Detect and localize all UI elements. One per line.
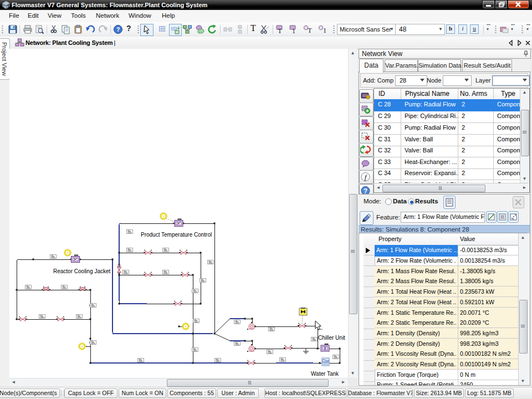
- svg-text:1: 1: [323, 27, 326, 34]
- svg-text:T: T: [278, 27, 282, 34]
- svg-text:Water Tank: Water Tank: [311, 371, 339, 377]
- svg-text:Chiller Unit: Chiller Unit: [318, 335, 345, 341]
- svg-text:V7: V7: [4, 6, 8, 9]
- svg-text:T: T: [308, 27, 312, 34]
- svg-text:?: ?: [116, 26, 120, 33]
- svg-text:1: 1: [292, 27, 295, 34]
- svg-text:Reactor Cooling Jacket: Reactor Cooling Jacket: [53, 268, 111, 274]
- svg-text:Product Temperature Control: Product Temperature Control: [141, 232, 212, 238]
